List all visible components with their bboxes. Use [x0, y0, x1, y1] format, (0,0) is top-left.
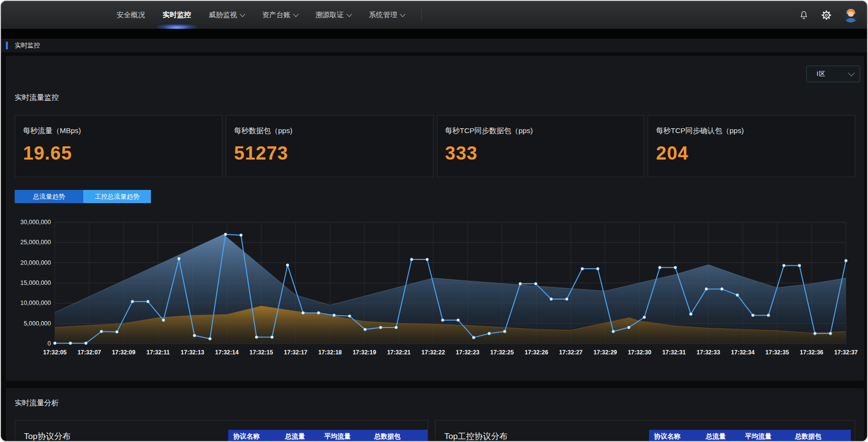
app-window: 安全概况 实时监控 威胁监视 资产台账 溯源取证 系统管理: [0, 0, 868, 442]
nav-divider: [421, 9, 422, 22]
nav-item-label: 安全概况: [117, 10, 145, 20]
svg-text:17:32:05: 17:32:05: [43, 349, 67, 356]
zone-select-value: I区: [817, 70, 826, 78]
svg-text:17:32:19: 17:32:19: [353, 349, 376, 356]
svg-text:17:32:21: 17:32:21: [387, 349, 410, 356]
stat-card-value: 51273: [234, 143, 289, 164]
trend-tabs: 总流量趋势 工控总流量趋势: [15, 190, 151, 203]
top-ics-protocol-title: Top工控协议分布: [444, 430, 507, 442]
stat-card-value: 19.65: [23, 143, 72, 164]
realtime-traffic-analysis-panel: 实时流量分析 Top协议分布 协议名称 总流量 平均流量 总数据包 Top工控协…: [6, 388, 864, 442]
stat-card-tcp-syn: 每秒TCP同步数据包（pps) 333: [437, 115, 645, 177]
stat-card-label: 每秒TCP同步确认包（pps): [656, 126, 744, 136]
realtime-traffic-panel: I区 实时流量监控 每秒流量（MBps) 19.65 每秒数据包（pps) 51…: [6, 56, 864, 381]
avatar-shirt: [845, 18, 856, 23]
tab-ics-total-flow-trend[interactable]: 工控总流量趋势: [83, 190, 151, 203]
svg-text:17:32:25: 17:32:25: [490, 349, 514, 356]
svg-text:17:32:30: 17:32:30: [628, 349, 651, 356]
stat-card-value: 204: [656, 143, 688, 164]
stat-card-label: 每秒TCP同步数据包（pps): [445, 126, 533, 136]
column-total-packets: 总数据包: [374, 432, 428, 441]
stat-card-packets: 每秒数据包（pps) 51273: [226, 115, 434, 177]
nav-item-label: 溯源取证: [315, 10, 344, 20]
svg-text:17:32:11: 17:32:11: [146, 349, 170, 356]
svg-text:17:32:23: 17:32:23: [456, 349, 480, 356]
nav-item-realtime-monitor[interactable]: 实时监控: [161, 1, 193, 29]
avatar[interactable]: [844, 8, 858, 23]
breadcrumb: 实时监控: [1, 39, 867, 52]
top-nav: 安全概况 实时监控 威胁监视 资产台账 溯源取证 系统管理: [1, 1, 867, 29]
stat-card-label: 每秒数据包（pps): [234, 126, 292, 136]
stat-card-throughput: 每秒流量（MBps) 19.65: [15, 115, 222, 177]
svg-text:17:32:35: 17:32:35: [766, 349, 789, 356]
nav-item-label: 资产台账: [262, 10, 290, 20]
top-protocol-table-header: 协议名称 总流量 平均流量 总数据包: [228, 430, 428, 442]
svg-text:17:32:36: 17:32:36: [800, 349, 823, 356]
svg-text:17:32:13: 17:32:13: [181, 349, 204, 356]
svg-text:17:32:14: 17:32:14: [215, 349, 239, 356]
nav-right-actions: [798, 1, 858, 29]
svg-text:17:32:07: 17:32:07: [77, 349, 101, 356]
svg-text:15,000,000: 15,000,000: [20, 279, 51, 286]
nav-item-forensics[interactable]: 溯源取证: [313, 1, 353, 29]
top-protocol-title: Top协议分布: [24, 430, 71, 442]
svg-text:17:32:09: 17:32:09: [112, 349, 135, 356]
section-title-traffic-analysis: 实时流量分析: [15, 398, 59, 408]
nav-item-threat-watch[interactable]: 威胁监视: [207, 1, 246, 29]
breadcrumb-label: 实时监控: [15, 41, 40, 50]
svg-text:17:32:27: 17:32:27: [559, 349, 582, 356]
svg-text:17:32:33: 17:32:33: [697, 349, 720, 356]
svg-text:25,000,000: 25,000,000: [20, 239, 51, 246]
top-ics-protocol-panel: Top工控协议分布 协议名称 总流量 平均流量 总数据包: [435, 420, 855, 442]
nav-item-label: 威胁监视: [209, 10, 237, 20]
stat-card-tcp-synack: 每秒TCP同步确认包（pps) 204: [648, 115, 855, 177]
stat-card-value: 333: [445, 143, 478, 164]
nav-item-security-overview[interactable]: 安全概况: [115, 1, 147, 29]
chevron-down-icon: [848, 70, 855, 76]
nav-item-label: 系统管理: [369, 10, 397, 20]
chevron-down-icon: [240, 11, 245, 17]
nav-item-asset-ledger[interactable]: 资产台账: [260, 1, 300, 29]
column-avg-flow: 平均流量: [324, 432, 374, 441]
nav-item-label: 实时监控: [163, 10, 191, 20]
nav-item-system-admin[interactable]: 系统管理: [367, 1, 407, 29]
top-protocol-panel: Top协议分布 协议名称 总流量 平均流量 总数据包: [15, 420, 428, 442]
gear-icon[interactable]: [821, 10, 832, 21]
svg-text:30,000,000: 30,000,000: [20, 219, 51, 226]
column-avg-flow: 平均流量: [745, 432, 795, 441]
chevron-down-icon: [400, 11, 405, 17]
svg-text:20,000,000: 20,000,000: [20, 259, 51, 266]
svg-text:17:32:37: 17:32:37: [834, 349, 858, 356]
svg-text:10,000,000: 10,000,000: [20, 300, 51, 306]
chevron-down-icon: [346, 11, 352, 17]
svg-text:17:32:26: 17:32:26: [525, 349, 548, 356]
column-protocol-name: 协议名称: [233, 432, 285, 441]
column-total-packets: 总数据包: [795, 432, 851, 441]
svg-text:17:32:18: 17:32:18: [318, 349, 342, 356]
bell-icon[interactable]: [798, 10, 809, 21]
tab-total-flow-trend[interactable]: 总流量趋势: [15, 190, 83, 203]
chevron-down-icon: [293, 11, 298, 17]
breadcrumb-accent-bar: [6, 42, 8, 49]
stat-card-label: 每秒流量（MBps): [23, 126, 81, 136]
section-title-traffic-monitor: 实时流量监控: [15, 93, 59, 102]
zone-select[interactable]: I区: [806, 66, 860, 82]
svg-text:17:32:22: 17:32:22: [421, 349, 445, 356]
svg-text:5,000,000: 5,000,000: [24, 320, 51, 327]
svg-text:0: 0: [48, 340, 51, 347]
main-menu: 安全概况 实时监控 威胁监视 资产台账 溯源取证 系统管理: [115, 1, 422, 29]
column-total-flow: 总流量: [706, 432, 745, 441]
svg-text:17:32:17: 17:32:17: [284, 349, 307, 356]
nav-shadow-strip: [1, 29, 867, 39]
avatar-face: [848, 11, 854, 17]
column-total-flow: 总流量: [285, 432, 324, 441]
column-protocol-name: 协议名称: [654, 432, 706, 441]
svg-text:17:32:15: 17:32:15: [249, 349, 273, 356]
top-ics-protocol-table-header: 协议名称 总流量 平均流量 总数据包: [649, 430, 851, 442]
traffic-trend-chart: 05,000,00010,000,00015,000,00020,000,000…: [6, 203, 864, 381]
svg-text:17:32:31: 17:32:31: [662, 349, 686, 356]
svg-text:17:32:29: 17:32:29: [593, 349, 617, 356]
stat-cards-row: 每秒流量（MBps) 19.65 每秒数据包（pps) 51273 每秒TCP同…: [15, 115, 855, 177]
svg-text:17:32:34: 17:32:34: [731, 349, 754, 356]
